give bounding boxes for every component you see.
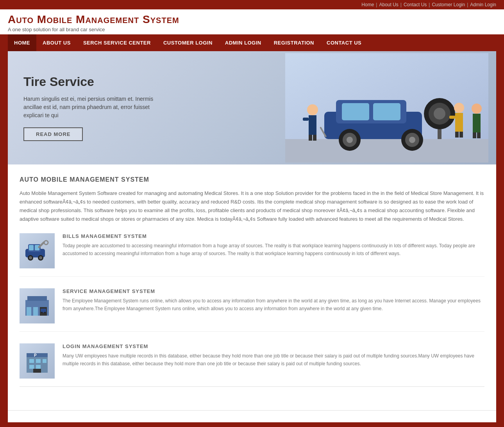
login-icon-box: P: [20, 343, 55, 379]
content-section: AUTO MOBILE MANAGEMENT SYSTEM Auto Mobil…: [8, 164, 496, 410]
svg-point-26: [472, 104, 482, 114]
site-subtitle: A one stop solution for all brand car se…: [8, 27, 179, 32]
svg-point-47: [41, 312, 43, 313]
main-nav: HOME ABOUT US SERCH SERVICE CENTER CUSTO…: [0, 34, 504, 51]
topbar-about-link[interactable]: About Us: [379, 2, 398, 7]
top-bar: Home | About Us | Contact Us | Customer …: [0, 0, 504, 9]
service-feature-content: SERVICE MANAGEMENT SYSTEM The Employee M…: [63, 288, 484, 323]
svg-point-21: [454, 103, 464, 113]
svg-rect-56: [33, 369, 41, 373]
nav-about[interactable]: ABOUT US: [36, 34, 77, 51]
footer: [8, 410, 496, 422]
svg-point-38: [39, 256, 42, 259]
topbar-contact-link[interactable]: Contact Us: [404, 2, 427, 7]
svg-point-36: [29, 256, 32, 259]
service-feature-desc: The Employee Management System runs onli…: [63, 297, 484, 312]
svg-text:P: P: [34, 353, 37, 357]
svg-rect-33: [29, 245, 34, 250]
nav-contact[interactable]: CONTACT US: [320, 34, 368, 51]
hero-illustration: [285, 51, 488, 164]
svg-point-15: [434, 108, 445, 120]
svg-point-8: [347, 137, 353, 143]
nav-admin-login[interactable]: ADMIN LOGIN: [219, 34, 268, 51]
topbar-admin-login-link[interactable]: Admin Login: [470, 2, 496, 7]
svg-rect-20: [313, 135, 316, 141]
login-feature-title: LOGIN MANAGEMENT SYSTEM: [63, 343, 484, 349]
main-wrapper: Tire Service Harum singulis est ei, mei …: [8, 51, 496, 422]
svg-point-48: [44, 312, 46, 313]
svg-rect-23: [449, 116, 455, 119]
svg-rect-19: [309, 135, 312, 141]
bills-feature-content: BILLS MANAGEMENT SYSTEM Today people are…: [63, 233, 484, 268]
svg-rect-24: [455, 132, 459, 138]
svg-rect-4: [342, 103, 369, 120]
section-heading: AUTO MOBILE MANAGEMENT SYSTEM: [20, 176, 484, 183]
svg-rect-52: [36, 359, 41, 363]
section-description: Auto Mobile Management System Software c…: [20, 189, 484, 223]
svg-rect-29: [477, 132, 481, 138]
service-feature-title: SERVICE MANAGEMENT SYSTEM: [63, 288, 484, 294]
svg-rect-28: [473, 132, 476, 138]
hero-body: Harum singulis est ei, mei persius omitt…: [23, 95, 160, 120]
feature-login: P LOGIN MANAGEMENT SYSTEM Many UW employ…: [20, 343, 484, 387]
nav-home[interactable]: HOME: [8, 34, 36, 51]
site-title: Auto Mobile Management System: [8, 13, 179, 26]
svg-rect-43: [27, 307, 31, 316]
hero-text-block: Tire Service Harum singulis est ei, mei …: [23, 75, 160, 141]
svg-rect-1: [285, 139, 488, 163]
topbar-customer-login-link[interactable]: Customer Login: [432, 2, 465, 7]
feature-bills: BILLS MANAGEMENT SYSTEM Today people are…: [20, 233, 484, 277]
svg-rect-5: [373, 103, 400, 120]
read-more-button[interactable]: READ MORE: [23, 127, 83, 141]
svg-rect-55: [36, 365, 41, 369]
svg-rect-27: [473, 114, 481, 132]
svg-rect-50: [27, 353, 48, 357]
svg-point-40: [44, 241, 48, 245]
svg-rect-53: [43, 359, 46, 363]
bills-icon-box: [20, 233, 55, 268]
login-feature-desc: Many UW employees have multiple records …: [63, 352, 484, 367]
svg-rect-44: [33, 307, 38, 316]
svg-rect-25: [459, 132, 463, 138]
hero-banner: Tire Service Harum singulis est ei, mei …: [8, 51, 496, 164]
topbar-home-link[interactable]: Home: [361, 2, 374, 7]
bills-feature-title: BILLS MANAGEMENT SYSTEM: [63, 233, 484, 239]
nav-registration[interactable]: REGISTRATION: [268, 34, 320, 51]
svg-rect-54: [29, 365, 34, 369]
svg-rect-22: [455, 113, 463, 132]
service-icon-box: [20, 288, 55, 323]
svg-point-16: [307, 104, 318, 115]
bills-feature-desc: Today people are accustomed to accessing…: [63, 242, 484, 257]
svg-point-11: [409, 137, 415, 143]
svg-rect-51: [29, 359, 34, 363]
login-feature-content: LOGIN MANAGEMENT SYSTEM Many UW employee…: [63, 343, 484, 379]
hero-title: Tire Service: [23, 75, 160, 89]
svg-rect-42: [27, 296, 47, 301]
svg-rect-17: [309, 115, 316, 135]
svg-rect-18: [303, 118, 309, 121]
feature-service: SERVICE MANAGEMENT SYSTEM The Employee M…: [20, 288, 484, 332]
site-header: Auto Mobile Management System A one stop…: [0, 9, 504, 34]
nav-search-service[interactable]: SERCH SERVICE CENTER: [77, 34, 157, 51]
nav-customer-login[interactable]: CUSTOMER LOGIN: [157, 34, 219, 51]
